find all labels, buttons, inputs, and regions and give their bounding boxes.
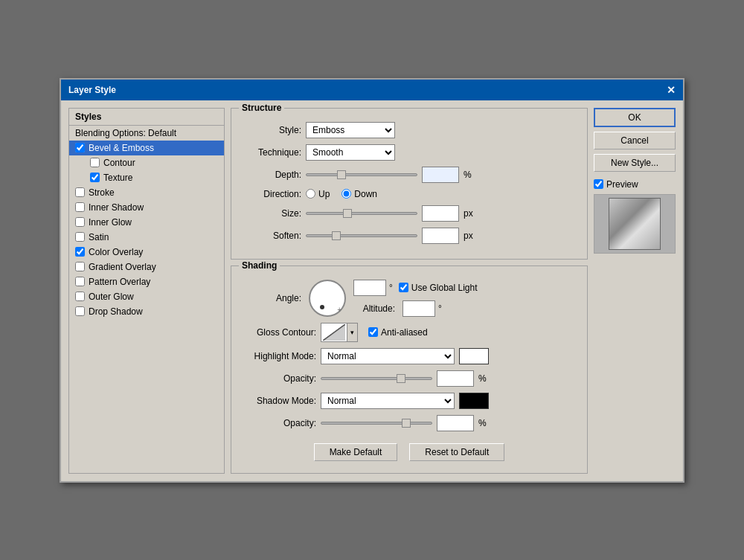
direction-radio-group: Up Down	[306, 189, 377, 199]
sidebar-item-color-overlay[interactable]: Color Overlay	[69, 245, 224, 260]
soften-label: Soften:	[242, 231, 301, 241]
highlight-opacity-unit: %	[478, 373, 487, 384]
reset-to-default-button[interactable]: Reset to Default	[409, 443, 504, 461]
depth-slider-thumb[interactable]	[337, 170, 346, 179]
depth-input[interactable]: 42	[422, 167, 459, 183]
shadow-opacity-input[interactable]: 80	[437, 415, 474, 431]
outer-glow-checkbox[interactable]	[75, 292, 85, 301]
size-unit: px	[464, 208, 473, 219]
stroke-checkbox[interactable]	[75, 187, 85, 197]
preview-label[interactable]: Preview	[594, 179, 676, 190]
bottom-buttons: Make Default Reset to Default	[242, 437, 577, 464]
angle-unit: °	[389, 283, 393, 293]
technique-select[interactable]: Smooth Chisel Hard Chisel Soft	[306, 144, 395, 161]
sidebar-item-bevel[interactable]: Bevel & Emboss	[69, 141, 224, 155]
depth-slider-track[interactable]	[306, 173, 417, 176]
stroke-label: Stroke	[89, 187, 115, 198]
sidebar-item-texture[interactable]: Texture	[69, 170, 224, 185]
sidebar-item-satin[interactable]: Satin	[69, 230, 224, 245]
depth-unit: %	[464, 170, 472, 180]
make-default-button[interactable]: Make Default	[314, 443, 398, 461]
size-row: Size: 24 px	[242, 205, 577, 222]
sidebar-item-gradient-overlay[interactable]: Gradient Overlay	[69, 260, 224, 274]
layer-style-dialog: Layer Style ✕ Styles Blending Options: D…	[60, 78, 684, 483]
satin-label: Satin	[89, 232, 109, 242]
anti-aliased-label[interactable]: Anti-aliased	[368, 327, 428, 338]
gradient-overlay-checkbox[interactable]	[75, 262, 85, 271]
pattern-overlay-checkbox[interactable]	[75, 277, 85, 286]
sidebar-item-contour[interactable]: Contour	[69, 155, 224, 170]
angle-inputs: -32 ° Use Global Light Altitude: 42 °	[353, 280, 478, 317]
shadow-opacity-thumb[interactable]	[402, 419, 411, 428]
shadow-opacity-slider[interactable]	[321, 422, 432, 425]
soften-slider-track[interactable]	[306, 234, 417, 237]
preview-checkbox[interactable]	[594, 179, 603, 189]
altitude-input[interactable]: 42	[403, 300, 435, 317]
sidebar-item-drop-shadow[interactable]: Drop Shadow	[69, 304, 224, 319]
gloss-contour-preview[interactable]	[321, 323, 347, 342]
highlight-opacity-slider[interactable]	[321, 377, 432, 380]
angle-label: Angle:	[242, 293, 301, 303]
shadow-mode-label: Shadow Mode:	[242, 396, 316, 406]
sidebar-item-blending[interactable]: Blending Options: Default	[69, 126, 224, 141]
soften-slider-thumb[interactable]	[332, 231, 341, 240]
size-slider-track[interactable]	[306, 212, 417, 215]
shadow-mode-row: Shadow Mode: Normal Multiply Screen	[242, 393, 577, 409]
contour-checkbox[interactable]	[90, 158, 100, 167]
sidebar-item-inner-shadow[interactable]: Inner Shadow	[69, 200, 224, 215]
sidebar-item-outer-glow[interactable]: Outer Glow	[69, 289, 224, 304]
highlight-opacity-thumb[interactable]	[397, 374, 405, 383]
sidebar-item-pattern-overlay[interactable]: Pattern Overlay	[69, 274, 224, 289]
gloss-contour-row: Gloss Contour: ▾ Anti-a	[242, 323, 577, 342]
size-slider-thumb[interactable]	[343, 209, 352, 218]
inner-shadow-label: Inner Shadow	[89, 202, 144, 213]
size-input[interactable]: 24	[422, 205, 459, 222]
direction-down-label[interactable]: Down	[341, 189, 377, 199]
angle-row: Angle: + -32 ° Use Global Light	[242, 280, 577, 317]
shadow-opacity-label: Opacity:	[242, 418, 316, 428]
direction-up-label[interactable]: Up	[306, 189, 330, 199]
soften-row: Soften: 11 px	[242, 228, 577, 244]
bevel-checkbox[interactable]	[75, 143, 85, 152]
style-select[interactable]: Emboss Inner Bevel Outer Bevel Pillow Em…	[306, 122, 395, 138]
altitude-label: Altitude:	[353, 303, 395, 314]
color-overlay-checkbox[interactable]	[75, 247, 85, 257]
angle-dial[interactable]: +	[309, 280, 346, 317]
altitude-input-row: Altitude: 42 °	[353, 300, 478, 317]
angle-input[interactable]: -32	[353, 280, 386, 296]
inner-shadow-checkbox[interactable]	[75, 202, 85, 212]
sidebar-item-stroke[interactable]: Stroke	[69, 185, 224, 200]
highlight-opacity-input[interactable]: 75	[437, 370, 474, 387]
texture-checkbox[interactable]	[90, 173, 100, 182]
ok-button[interactable]: OK	[594, 108, 676, 127]
styles-panel-title: Styles	[69, 109, 224, 126]
title-bar: Layer Style ✕	[61, 80, 683, 100]
shadow-mode-select[interactable]: Normal Multiply Screen	[321, 393, 455, 409]
center-panel: Structure Style: Emboss Inner Bevel Oute…	[231, 108, 588, 474]
close-icon[interactable]: ✕	[667, 84, 676, 96]
inner-glow-checkbox[interactable]	[75, 217, 85, 227]
left-panel: Styles Blending Options: Default Bevel &…	[68, 108, 225, 474]
bevel-label: Bevel & Emboss	[89, 143, 154, 153]
texture-label: Texture	[103, 173, 132, 183]
dialog-title: Layer Style	[68, 85, 116, 95]
direction-down-radio[interactable]	[341, 189, 351, 199]
anti-aliased-checkbox[interactable]	[368, 327, 378, 337]
cancel-button[interactable]: Cancel	[594, 132, 676, 149]
drop-shadow-checkbox[interactable]	[75, 306, 85, 316]
contour-label: Contour	[103, 158, 135, 168]
use-global-light-label[interactable]: Use Global Light	[399, 283, 478, 293]
sidebar-item-inner-glow[interactable]: Inner Glow	[69, 215, 224, 230]
highlight-mode-row: Highlight Mode: Normal Multiply Screen	[242, 348, 577, 364]
satin-checkbox[interactable]	[75, 232, 85, 242]
soften-input[interactable]: 11	[422, 228, 459, 244]
highlight-color-swatch[interactable]	[459, 348, 489, 364]
highlight-mode-select[interactable]: Normal Multiply Screen	[321, 348, 455, 364]
shadow-opacity-row: Opacity: 80 %	[242, 415, 577, 431]
preview-inner	[609, 198, 661, 250]
shadow-color-swatch[interactable]	[459, 393, 489, 409]
gloss-contour-dropdown[interactable]: ▾	[347, 323, 358, 342]
use-global-light-checkbox[interactable]	[399, 283, 408, 292]
direction-up-radio[interactable]	[306, 189, 315, 199]
new-style-button[interactable]: New Style...	[594, 154, 676, 172]
